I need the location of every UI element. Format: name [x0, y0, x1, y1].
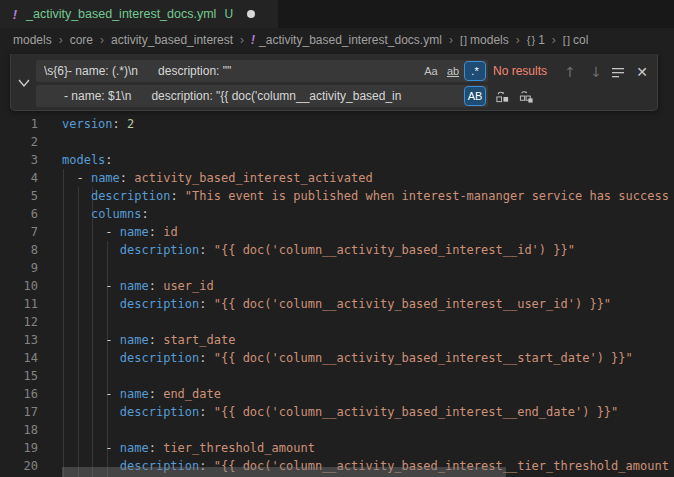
breadcrumb-label: col — [573, 33, 588, 47]
breadcrumb-item-activity_based_interest[interactable]: activity_based_interest — [111, 33, 233, 47]
yaml-file-icon: ! — [251, 33, 255, 47]
replace-all-button[interactable] — [516, 86, 536, 106]
code-line[interactable]: 13 - name: start_date — [0, 331, 674, 349]
vscode-window: ! _activity_based_interest_docs.yml U mo… — [0, 0, 674, 477]
code-text — [38, 259, 674, 277]
line-number: 17 — [0, 403, 38, 421]
code-text: - name: start_date — [38, 331, 674, 349]
replace-input[interactable]: - name: $1\n description: "{{ doc('colum… — [36, 85, 488, 107]
line-number: 18 — [0, 421, 38, 439]
code-editor[interactable]: 1version: 223models:4 - name: activity_b… — [0, 52, 674, 477]
code-text: description: "This event is published wh… — [38, 187, 674, 205]
breadcrumb-separator-icon: › — [240, 33, 244, 47]
code-text — [38, 421, 674, 439]
code-line[interactable]: 2 — [0, 133, 674, 151]
line-number: 11 — [0, 295, 38, 313]
breadcrumb-item-1[interactable]: { }1 — [527, 33, 545, 47]
line-number: 9 — [0, 259, 38, 277]
code-line[interactable]: 5 description: "This event is published … — [0, 187, 674, 205]
code-line[interactable]: 7 - name: id — [0, 223, 674, 241]
code-line[interactable]: 10 - name: user_id — [0, 277, 674, 295]
find-replace-widget: \s{6}- name: (.*)\n description: "" Aa a… — [10, 54, 658, 111]
line-number: 3 — [0, 151, 38, 169]
breadcrumb-item-models[interactable]: models — [13, 33, 52, 47]
code-line[interactable]: 19 - name: tier_threshold_amount — [0, 439, 674, 457]
breadcrumb-separator-icon: › — [552, 33, 556, 47]
line-number: 20 — [0, 457, 38, 475]
code-text: - name: tier_threshold_amount — [38, 439, 674, 457]
breadcrumb-item-models[interactable]: [ ]models — [460, 33, 509, 47]
breadcrumb-item-_activity_based_interest_docs.yml[interactable]: !_activity_based_interest_docs.yml — [251, 33, 442, 47]
code-line[interactable]: 15 — [0, 367, 674, 385]
line-number: 8 — [0, 241, 38, 259]
breadcrumb-separator-icon: › — [449, 33, 453, 47]
replace-button[interactable] — [492, 86, 512, 106]
breadcrumb-label: _activity_based_interest_docs.yml — [259, 33, 442, 47]
code-line[interactable]: 4 - name: activity_based_interest_activa… — [0, 169, 674, 187]
find-results-count: No results — [493, 60, 547, 82]
breadcrumb-label: core — [70, 33, 93, 47]
code-text: description: "{{ doc('column__activity_b… — [38, 241, 674, 259]
code-text: description: "{{ doc('column__activity_b… — [38, 349, 674, 367]
breadcrumb-label: models — [13, 33, 52, 47]
line-number: 19 — [0, 439, 38, 457]
code-line[interactable]: 3models: — [0, 151, 674, 169]
breadcrumb-item-core[interactable]: core — [70, 33, 93, 47]
code-text: columns: — [38, 205, 674, 223]
line-number: 2 — [0, 133, 38, 151]
array-symbol-icon: [ ] — [563, 34, 569, 46]
line-number: 14 — [0, 349, 38, 367]
line-number: 15 — [0, 367, 38, 385]
code-text: - name: id — [38, 223, 674, 241]
array-symbol-icon: [ ] — [460, 34, 466, 46]
find-input[interactable]: \s{6}- name: (.*)\n description: "" Aa a… — [36, 60, 488, 82]
code-text: version: 2 — [38, 115, 674, 133]
code-line[interactable]: 11 description: "{{ doc('column__activit… — [0, 295, 674, 313]
code-text: - name: end_date — [38, 385, 674, 403]
line-number: 4 — [0, 169, 38, 187]
toggle-replace-chevron-icon[interactable] — [14, 73, 34, 93]
regex-toggle[interactable]: .* — [465, 62, 485, 80]
breadcrumb-label: 1 — [538, 33, 545, 47]
breadcrumb-separator-icon: › — [59, 33, 63, 47]
breadcrumb-separator-icon: › — [516, 33, 520, 47]
code-line[interactable]: 12 — [0, 313, 674, 331]
code-line[interactable]: 17 description: "{{ doc('column__activit… — [0, 403, 674, 421]
code-lines: 1version: 223models:4 - name: activity_b… — [0, 115, 674, 475]
code-line[interactable]: 14 description: "{{ doc('column__activit… — [0, 349, 674, 367]
modified-dot-icon[interactable] — [247, 10, 255, 18]
preserve-case-toggle[interactable]: AB — [465, 87, 485, 105]
find-in-selection-button[interactable] — [608, 62, 628, 82]
tab-activity-based-interest-docs[interactable]: ! _activity_based_interest_docs.yml U — [0, 0, 278, 28]
breadcrumb-label: activity_based_interest — [111, 33, 233, 47]
line-number: 6 — [0, 205, 38, 223]
line-number: 13 — [0, 331, 38, 349]
next-match-button[interactable]: ↓ — [586, 62, 606, 82]
line-number: 16 — [0, 385, 38, 403]
code-line[interactable]: 9 — [0, 259, 674, 277]
line-number: 7 — [0, 223, 38, 241]
tab-bar: ! _activity_based_interest_docs.yml U — [0, 0, 674, 28]
git-untracked-badge: U — [224, 7, 233, 21]
whole-word-toggle[interactable]: ab — [443, 62, 463, 80]
code-line[interactable]: 18 — [0, 421, 674, 439]
line-number: 5 — [0, 187, 38, 205]
code-text: - name: activity_based_interest_activate… — [38, 169, 674, 187]
line-number: 10 — [0, 277, 38, 295]
code-text — [38, 133, 674, 151]
breadcrumb-separator-icon: › — [100, 33, 104, 47]
breadcrumb: models›core›activity_based_interest›!_ac… — [0, 28, 674, 52]
horizontal-scrollbar[interactable] — [62, 467, 506, 477]
yaml-file-icon: ! — [10, 7, 20, 22]
line-number: 1 — [0, 115, 38, 133]
code-line[interactable]: 1version: 2 — [0, 115, 674, 133]
code-text: - name: user_id — [38, 277, 674, 295]
code-line[interactable]: 16 - name: end_date — [0, 385, 674, 403]
code-line[interactable]: 8 description: "{{ doc('column__activity… — [0, 241, 674, 259]
breadcrumb-item-col[interactable]: [ ]col — [563, 33, 589, 47]
previous-match-button[interactable]: ↑ — [560, 62, 580, 82]
line-number: 12 — [0, 313, 38, 331]
match-case-toggle[interactable]: Aa — [421, 62, 441, 80]
code-line[interactable]: 6 columns: — [0, 205, 674, 223]
close-find-widget-button[interactable]: ✕ — [632, 62, 652, 82]
